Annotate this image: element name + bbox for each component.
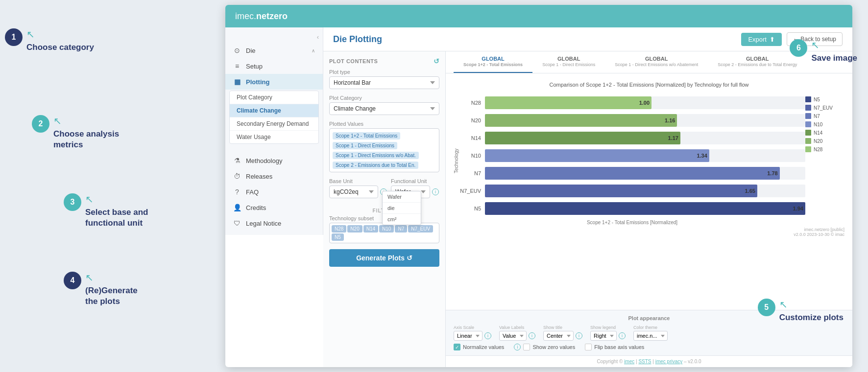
bar-value-n20: 1.16 [665,117,675,123]
ann4-text: (Re)Generatethe plots [85,283,138,307]
pv-tag-0: Scope 1+2 - Total Emissions [333,132,400,140]
footer-ssts-link[interactable]: SSTS [638,359,651,364]
bar-track-n7: 1.78 [485,167,805,180]
footer-privacy-link[interactable]: imec privacy [655,359,683,364]
sidebar-item-legal[interactable]: 🛡 Legal Notice [225,215,323,231]
pv-tag-3: Scope 2 - Emissions due to Total En. [333,162,418,169]
legend-label-n20: N20 [814,139,822,144]
value-labels-info[interactable]: i [529,332,535,339]
normalize-checkbox-item[interactable]: ✓ Normalize values [454,344,504,350]
app-footer: Copyright © imec | SSTS | imec privacy –… [446,355,852,367]
generate-plots-button[interactable]: Generate Plots ↺ [329,249,439,267]
bar-value-n5: 1.94 [793,206,803,211]
plotted-values-tags[interactable]: Scope 1+2 - Total Emissions Scope 1 - Di… [329,128,439,172]
submenu-water-usage[interactable]: Water Usage [230,131,318,143]
title-main: netzero [256,11,288,21]
dropdown-die[interactable]: die [383,203,421,214]
base-unit-select[interactable]: kgCO2eq [329,186,378,198]
color-theme-select[interactable]: imec.n... [633,331,668,341]
tech-tags[interactable]: N28 N20 N14 N10 N7 N7_EUV N5 [329,223,439,243]
tech-tag-n28: N28 [332,225,346,232]
chart-tab-1[interactable]: GLOBAL Scope 1 - Direct Emissions [532,51,605,73]
sidebar-item-plotting[interactable]: ▦ Plotting [225,74,323,90]
tab-2-sub: Scope 1 - Direct Emissions w/o Abatement [615,62,698,68]
show-legend-select[interactable]: Right [590,331,617,341]
cursor-2: ↖ [53,115,119,127]
normalize-checkbox[interactable]: ✓ [454,344,460,350]
submenu-water-usage-label: Water Usage [237,134,271,140]
sidebar-item-die[interactable]: ⊙ Die ∧ [225,43,323,58]
export-button[interactable]: Export ⬆ [741,33,782,46]
annotation-3: 3 ↖ Select base andfunctional unit [64,193,148,229]
ann1-text: Choose category [26,40,94,53]
bar-fill-n28: 1.00 [485,96,651,109]
legend-color-n14 [805,130,811,136]
show-title-info[interactable]: i [576,332,582,339]
plot-category-label: Plot Category [329,95,439,101]
bar-row-n7: N7 1.78 [459,167,805,180]
zero-values-checkbox[interactable] [523,344,530,350]
axis-scale-info[interactable]: i [484,332,491,339]
chart-tab-2[interactable]: GLOBAL Scope 1 - Direct Emissions w/o Ab… [605,51,708,73]
zero-values-label: Show zero values [532,344,575,350]
show-legend-info[interactable]: i [619,332,626,339]
dropdown-cm2[interactable]: cm² [383,214,421,225]
bar-track-n20: 1.16 [485,114,805,127]
tech-tag-n5: N5 [332,233,344,241]
axis-scale-select[interactable]: Linear [454,331,482,341]
value-labels-label: Value Labels [499,325,535,330]
show-title-select[interactable]: Center [543,331,574,341]
tab-2-main: GLOBAL [615,55,698,62]
color-theme-row: imec.n... [633,331,668,341]
footer-imec-link[interactable]: imec [624,359,634,364]
axis-scale-group: Axis Scale Linear i [454,325,491,341]
ann3-text: Select base andfunctional unit [85,205,148,229]
legend-n5: N5 [805,96,844,102]
legend-color-n5 [805,96,811,102]
y-axis-label: Technology [454,96,459,225]
sidebar-credits-label: Credits [246,204,266,211]
sidebar-item-credits[interactable]: 👤 Credits [225,200,323,215]
legend-n20: N20 [805,138,844,144]
dropdown-wafer[interactable]: Wafer [383,191,421,203]
sidebar-collapse-btn[interactable]: ‹ [317,33,319,41]
cursor-1: ↖ [26,28,94,40]
submenu-plot-category[interactable]: Plot Category [230,91,318,104]
submenu-plot-category-label: Plot Category [237,94,272,101]
checkboxes-row: ✓ Normalize values i Show zero values [454,344,844,350]
plot-category-select[interactable]: Climate Change [329,102,439,115]
submenu-secondary-energy[interactable]: Secondary Energy Demand [230,117,318,131]
submenu-climate-change[interactable]: Climate Change [230,104,318,117]
x-axis-label: Scope 1+2 - Total Emissions [Normalized] [459,220,805,225]
plotted-values-group: Plotted Values Scope 1+2 - Total Emissio… [329,121,439,172]
annotation-6: 6 ↖ Save image [790,39,857,64]
refresh-icon[interactable]: ↺ [434,57,440,65]
bar-fill-n7euv: 1.65 [485,185,757,197]
sidebar-item-faq[interactable]: ? FAQ [225,184,323,200]
title-prefix: imec. [235,11,256,21]
annotation-1: 1 ↖ Choose category [5,28,94,53]
sidebar-plotting-label: Plotting [246,78,269,86]
functional-unit-dropdown: Wafer die cm² [382,191,421,225]
legend-color-n10 [805,121,811,127]
functional-unit-info[interactable]: i [432,188,439,195]
generate-label: Generate Plots ↺ [356,254,412,262]
value-labels-row: Value i [499,331,535,341]
legend-label-n28: N28 [814,147,822,152]
flip-axis-checkbox[interactable] [585,344,592,350]
chart-tab-0[interactable]: GLOBAL Scope 1+2 - Total Emissions [454,51,532,73]
legend-color-n7euv [805,105,811,111]
zero-values-checkbox-item[interactable]: i Show zero values [514,344,575,350]
tech-tag-n20: N20 [347,225,362,232]
legal-icon: 🛡 [233,219,241,227]
sidebar-item-setup[interactable]: ≡ Setup [225,58,323,74]
sidebar-item-releases[interactable]: ⏱ Releases [225,168,323,184]
value-labels-select[interactable]: Value [499,331,527,341]
tech-tag-n7euv: N7_EUV [408,225,433,232]
flip-axis-checkbox-item[interactable]: Flip base axis values [585,344,644,350]
bar-row-n5: N5 1.94 [459,202,805,215]
plot-type-select[interactable]: Horizontal Bar [329,76,439,89]
sidebar-item-methodology[interactable]: ⚗ Methodology [225,153,323,168]
tab-1-sub: Scope 1 - Direct Emissions [542,62,595,68]
zero-values-info[interactable]: i [514,344,521,350]
